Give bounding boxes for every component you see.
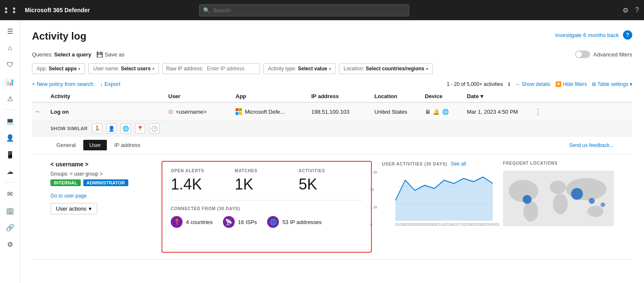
activity-type-filter[interactable]: Activity type: Select value ▾ xyxy=(263,63,336,74)
sidebar: ☰ ⌂ 🛡 📊 ⚠ 💻 👤 📱 ☁ ✉ 🏢 🔗 ⚙ xyxy=(0,20,20,283)
row-ip: 198.51.100.103 xyxy=(310,109,373,115)
chart-svg xyxy=(395,170,493,221)
map-dot-1 xyxy=(522,195,531,204)
row-date: Mar 1, 2023 4:50 PM xyxy=(465,109,533,115)
map-column: FREQUENT LOCATIONS xyxy=(503,161,614,253)
col-header-app[interactable]: App xyxy=(234,93,310,99)
advanced-filters-toggle: Advanced filters xyxy=(575,51,633,58)
open-alerts-stat: OPEN ALERTS 1.4K xyxy=(171,168,235,193)
user-tags: INTERNAL ADMINISTRATOR xyxy=(50,179,151,186)
main-content: Activity log Investigate 6 months back ?… xyxy=(20,20,644,283)
app-title: Microsoft 365 Defender xyxy=(25,7,90,13)
sidebar-item-app[interactable]: 📱 xyxy=(3,147,18,162)
col-header-location[interactable]: Location xyxy=(373,93,423,99)
ip-filter-label: Raw IP address: xyxy=(166,66,203,72)
map-dot-3 xyxy=(588,198,594,204)
sidebar-item-home[interactable]: ⌂ xyxy=(3,40,18,56)
col-header-ip[interactable]: IP address xyxy=(310,93,373,99)
send-feedback-button[interactable]: Send us feedback... xyxy=(569,142,614,148)
show-similar-run-icon[interactable]: 🏃 xyxy=(92,123,102,133)
search-icon: 🔍 xyxy=(203,7,210,13)
sidebar-divider-2 xyxy=(5,182,15,183)
topbar: Microsoft 365 Defender 🔍 ⚙ ? xyxy=(0,0,644,20)
row-icon: → xyxy=(32,108,49,115)
filter-bar: App: Select apps ▾ User name: Select use… xyxy=(32,63,632,74)
activity-count: 1 - 20 of 5,000+ activities xyxy=(447,81,503,87)
row-more-button[interactable]: ⋮ xyxy=(533,107,545,116)
advanced-filters-switch[interactable] xyxy=(575,51,590,58)
connected-label: CONNECTED FROM (30 DAYS) xyxy=(171,206,363,211)
sidebar-item-building[interactable]: 🏢 xyxy=(3,203,18,218)
table-settings-button[interactable]: ⊞ Table settings ▾ xyxy=(592,81,632,87)
sidebar-item-chart[interactable]: 📊 xyxy=(3,74,18,89)
app-filter[interactable]: App: Select apps ▾ xyxy=(32,63,85,74)
chart-x-labels: 01/30 02/02 02/05 02/08 02/11 02/14 02/1… xyxy=(395,222,493,227)
col-header-user[interactable]: User xyxy=(167,93,234,99)
show-details-button[interactable]: ↔ Show details xyxy=(515,81,550,87)
help-circle-button[interactable]: ? xyxy=(623,30,632,40)
toolbar: + New policy from search ↓ Export 1 - 20… xyxy=(32,81,632,87)
help-icon[interactable]: ? xyxy=(635,6,639,14)
investigate-link[interactable]: Investigate 6 months back xyxy=(555,32,619,38)
col-header-device[interactable]: Device xyxy=(423,93,465,99)
stats-row: OPEN ALERTS 1.4K MATCHES 1K ACTIVITIES 5… xyxy=(171,168,363,193)
chart-y-labels: 7.5k 5k 2.5k 0 xyxy=(370,170,377,227)
save-as-button[interactable]: 💾 Save as xyxy=(96,51,125,58)
tab-ip-address[interactable]: IP address xyxy=(109,140,146,150)
row-user: ⊙ <username> xyxy=(167,108,234,115)
search-input[interactable] xyxy=(199,4,409,16)
sidebar-item-shield[interactable]: 🛡 xyxy=(3,57,18,72)
export-button[interactable]: ↓ Export xyxy=(100,81,120,87)
show-similar-time-icon[interactable]: 🕐 xyxy=(149,123,159,133)
sidebar-item-device[interactable]: 💻 xyxy=(3,113,18,128)
page-header-right: Investigate 6 months back ? xyxy=(555,30,632,40)
sidebar-item-settings[interactable]: ⚙ xyxy=(3,237,18,252)
col-header-more xyxy=(533,93,545,99)
col-header-date[interactable]: Date ▾ xyxy=(465,93,533,99)
app-menu-button[interactable] xyxy=(5,8,20,13)
svg-point-10 xyxy=(587,206,604,217)
ips-icon: 🌐 xyxy=(267,216,279,228)
settings-icon[interactable]: ⚙ xyxy=(623,6,628,14)
activities-stat: ACTIVITIES 5K xyxy=(299,168,363,193)
location-filter[interactable]: Location: Select countries/regions ▾ xyxy=(339,63,433,74)
detail-panel: < username > Groups: < user group > INTE… xyxy=(32,154,632,259)
svg-point-6 xyxy=(523,201,538,222)
device-computer-icon: 🖥 xyxy=(425,109,430,115)
map-title: FREQUENT LOCATIONS xyxy=(503,161,614,166)
go-to-user-link[interactable]: Go to user page xyxy=(50,193,151,199)
activity-chart-column: USER ACTIVITIES (30 DAYS) See all 7.5k 5… xyxy=(382,161,493,253)
connected-section: CONNECTED FROM (30 DAYS) 📍 4 countries 📡… xyxy=(171,206,363,228)
user-info-column: < username > Groups: < user group > INTE… xyxy=(50,161,151,253)
map-dot-2 xyxy=(571,188,583,200)
show-similar-location-icon[interactable]: 📍 xyxy=(135,123,145,133)
tab-general[interactable]: General xyxy=(50,140,82,150)
device-globe-icon: 🌐 xyxy=(442,109,449,115)
user-filter[interactable]: User name: Select users ▾ xyxy=(88,63,159,74)
chart-see-all-button[interactable]: See all xyxy=(451,161,466,167)
new-policy-button[interactable]: + New policy from search xyxy=(32,81,93,87)
show-similar-bar: SHOW SIMILAR 🏃 👤 🌐 📍 🕐 xyxy=(32,121,632,136)
user-actions-button[interactable]: User actions ▾ xyxy=(50,203,97,214)
show-similar-label: SHOW SIMILAR xyxy=(50,126,88,131)
page-title: Activity log xyxy=(32,30,86,42)
sidebar-item-cloud[interactable]: ☁ xyxy=(3,164,18,179)
queries-label: Queries: Select a query xyxy=(32,51,91,58)
col-header-activity[interactable]: Activity xyxy=(49,93,167,99)
show-similar-ip-icon[interactable]: 🌐 xyxy=(121,123,131,133)
sidebar-item-email[interactable]: ✉ xyxy=(3,186,18,201)
tag-administrator: ADMINISTRATOR xyxy=(83,179,128,186)
sidebar-item-menu[interactable]: ☰ xyxy=(3,24,18,39)
sidebar-divider-1 xyxy=(5,109,15,110)
tab-user[interactable]: User xyxy=(83,140,106,150)
hide-filters-button[interactable]: 🔽 Hide filters xyxy=(555,81,587,87)
ip-filter-input[interactable] xyxy=(206,64,256,73)
sidebar-item-alert[interactable]: ⚠ xyxy=(3,91,18,106)
queries-row: Queries: Select a query 💾 Save as Advanc… xyxy=(32,51,632,58)
sidebar-item-user[interactable]: 👤 xyxy=(3,130,18,145)
show-similar-user-icon[interactable]: 👤 xyxy=(106,123,117,133)
svg-point-7 xyxy=(549,181,566,194)
table-header: Activity User App IP address Location De… xyxy=(32,91,632,103)
sidebar-item-integration[interactable]: 🔗 xyxy=(3,220,18,235)
matches-stat: MATCHES 1K xyxy=(235,168,299,193)
